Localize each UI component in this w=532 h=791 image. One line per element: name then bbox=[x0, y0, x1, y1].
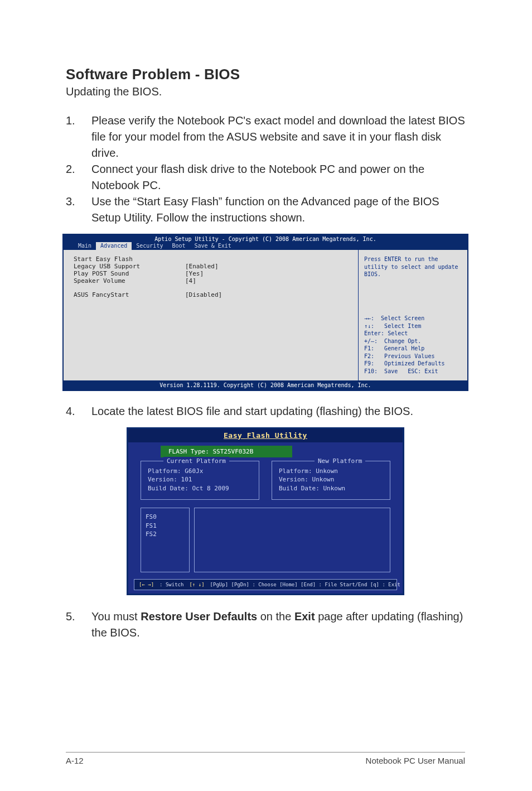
page-title: Software Problem - BIOS bbox=[66, 66, 465, 83]
fieldset-legend: New Platform bbox=[315, 457, 365, 465]
steps-list-1: 1. Please verify the Notebook PC's exact… bbox=[66, 113, 465, 226]
tab-security: Security bbox=[132, 242, 167, 250]
row-label: Play POST Sound bbox=[74, 270, 185, 277]
hint-text: : Switch bbox=[159, 582, 183, 587]
fs-item: FS1 bbox=[146, 522, 185, 530]
step-text: You must Restore User Defaults on the Ex… bbox=[91, 609, 465, 641]
step-text: Locate the latest BIOS file and start up… bbox=[91, 403, 465, 419]
steps-list-3: 5. You must Restore User Defaults on the… bbox=[66, 609, 465, 641]
aptio-key-help: →←: Select Screen ↑↓: Select Item Enter:… bbox=[364, 315, 462, 375]
arrow-icon: [↑ ↓] bbox=[189, 582, 204, 587]
fieldset-legend: Current Platform bbox=[163, 457, 229, 465]
row-label: Start Easy Flash bbox=[74, 255, 185, 263]
step-number: 4. bbox=[66, 403, 91, 419]
row-label: Speaker Volume bbox=[74, 277, 185, 284]
arrow-icon: [← →] bbox=[139, 582, 154, 587]
current-platform-box: Current Platform Platform: G60Jx Version… bbox=[141, 461, 259, 500]
eflash-footer-hints: [← →] : Switch [↑ ↓] [PgUp] [PgDn] : Cho… bbox=[134, 579, 397, 590]
key-hint: F10: Save ESC: Exit bbox=[364, 368, 462, 375]
bold-text: Restore User Defaults bbox=[141, 610, 257, 623]
step-text: Use the “Start Easy Flash” function on t… bbox=[91, 194, 465, 226]
file-list-empty bbox=[194, 508, 390, 572]
row-value: [Enabled] bbox=[185, 263, 219, 270]
step-number: 1. bbox=[66, 113, 91, 161]
key-hint: →←: Select Screen bbox=[364, 315, 462, 322]
version-line: Version: 101 bbox=[148, 475, 252, 484]
steps-list-2: 4. Locate the latest BIOS file and start… bbox=[66, 403, 465, 419]
step-number: 2. bbox=[66, 161, 91, 194]
easy-flash-screenshot: Easy Flash Utility FLASH Type: SST25VF03… bbox=[127, 427, 404, 595]
eflash-flash-type: FLASH Type: SST25VF032B bbox=[161, 446, 292, 457]
step-3: 3. Use the “Start Easy Flash” function o… bbox=[66, 194, 465, 226]
step-number: 3. bbox=[66, 194, 91, 226]
fs-item: FS2 bbox=[146, 530, 185, 538]
step-2: 2. Connect your flash disk drive to the … bbox=[66, 161, 465, 194]
build-line: Build Date: Oct 8 2009 bbox=[148, 484, 252, 493]
row-label: Legacy USB Support bbox=[74, 263, 185, 270]
hint-text: [PgUp] [PgDn] : Choose [Home] [End] : Fi… bbox=[210, 582, 400, 587]
key-hint: F1: General Help bbox=[364, 345, 462, 353]
key-hint: F9: Optimized Defaults bbox=[364, 360, 462, 368]
tab-main: Main bbox=[74, 242, 96, 250]
key-hint: F2: Previous Values bbox=[364, 353, 462, 360]
aptio-help-text: Press ENTER to run the utility to select… bbox=[364, 255, 462, 278]
version-line: Version: Unkown bbox=[279, 475, 383, 484]
aptio-header: Aptio Setup Utility - Copyright (C) 2008… bbox=[64, 235, 467, 242]
aptio-right-panel: Press ENTER to run the utility to select… bbox=[358, 250, 467, 380]
text-fragment: You must bbox=[91, 610, 141, 623]
eflash-title: Easy Flash Utility bbox=[128, 429, 403, 442]
step-number: 5. bbox=[66, 609, 91, 641]
aptio-tabs: Main Advanced Security Boot Save & Exit bbox=[64, 242, 467, 250]
key-hint: Enter: Select bbox=[364, 330, 462, 337]
step-4: 4. Locate the latest BIOS file and start… bbox=[66, 403, 465, 419]
row-value: [4] bbox=[185, 277, 196, 284]
tab-boot: Boot bbox=[167, 242, 190, 250]
step-text: Connect your flash disk drive to the Not… bbox=[91, 161, 465, 194]
row-value: [Yes] bbox=[185, 270, 204, 277]
bold-text: Exit bbox=[294, 610, 315, 623]
page-subtitle: Updating the BIOS. bbox=[66, 85, 465, 98]
fs-list: FS0 FS1 FS2 bbox=[141, 508, 190, 572]
aptio-footer: Version 1.28.1119. Copyright (C) 2008 Am… bbox=[64, 380, 467, 390]
fs-item: FS0 bbox=[146, 513, 185, 521]
key-hint: +/—: Change Opt. bbox=[364, 337, 462, 345]
row-label: ASUS FancyStart bbox=[74, 291, 185, 298]
key-hint: ↑↓: Select Item bbox=[364, 322, 462, 330]
step-5: 5. You must Restore User Defaults on the… bbox=[66, 609, 465, 641]
platform-line: Platform: G60Jx bbox=[148, 467, 252, 475]
build-line: Build Date: Unkown bbox=[279, 484, 383, 493]
aptio-left-panel: Start Easy Flash Legacy USB Support[Enab… bbox=[64, 250, 358, 380]
tab-save-exit: Save & Exit bbox=[190, 242, 236, 250]
step-1: 1. Please verify the Notebook PC's exact… bbox=[66, 113, 465, 161]
page-number: A-12 bbox=[66, 756, 84, 765]
tab-advanced: Advanced bbox=[96, 242, 132, 250]
text-fragment: on the bbox=[257, 610, 294, 623]
new-platform-box: New Platform Platform: Unkown Version: U… bbox=[272, 461, 390, 500]
aptio-bios-screenshot: Aptio Setup Utility - Copyright (C) 2008… bbox=[62, 234, 468, 391]
manual-title: Notebook PC User Manual bbox=[366, 756, 465, 765]
step-text: Please verify the Notebook PC's exact mo… bbox=[91, 113, 465, 161]
page-footer: A-12 Notebook PC User Manual bbox=[66, 752, 465, 765]
platform-line: Platform: Unkown bbox=[279, 467, 383, 475]
row-value: [Disabled] bbox=[185, 291, 222, 298]
